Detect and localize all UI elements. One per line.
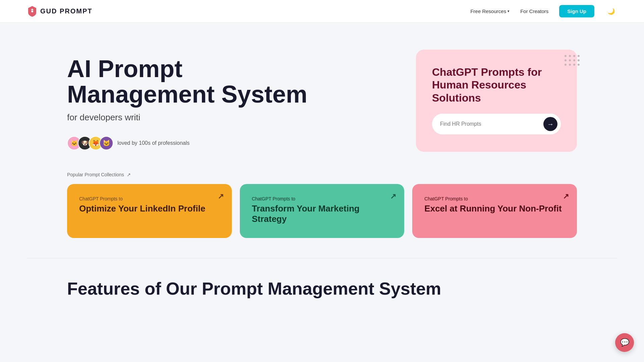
dot: [573, 64, 575, 66]
hero-title: AI Prompt Management System: [67, 56, 396, 107]
card-arrow-icon: ↗: [390, 192, 396, 201]
dot: [569, 55, 571, 57]
card-title: Optimize Your LinkedIn Profile: [79, 203, 220, 214]
signup-button[interactable]: Sign Up: [559, 5, 594, 17]
navbar: GUD PROMPT Free Resources ▾ For Creators…: [0, 0, 644, 23]
card-subtitle: ChatGPT Prompts to: [79, 196, 220, 201]
hero-card-dots: [565, 55, 580, 66]
card-content: ChatGPT Prompts to Optimize Your LinkedI…: [79, 196, 220, 214]
dropdown-chevron-icon: ▾: [507, 9, 509, 13]
card-title: Excel at Running Your Non-Profit: [424, 203, 565, 214]
card-content: ChatGPT Prompts to Excel at Running Your…: [424, 196, 565, 214]
logo-icon: [27, 5, 38, 17]
collection-card-marketing[interactable]: ↗ ChatGPT Prompts to Transform Your Mark…: [240, 184, 405, 238]
hero-section: AI Prompt Management System for develope…: [0, 23, 644, 172]
collections-arrow-icon: ↗: [127, 172, 131, 177]
dot: [565, 64, 567, 66]
dot: [573, 55, 575, 57]
dot: [578, 55, 580, 57]
card-arrow-icon: ↗: [563, 192, 569, 201]
collection-card-linkedin[interactable]: ↗ ChatGPT Prompts to Optimize Your Linke…: [67, 184, 232, 238]
dark-mode-toggle[interactable]: 🌙: [605, 5, 617, 17]
card-content: ChatGPT Prompts to Transform Your Market…: [252, 196, 392, 224]
hero-subtitle: for developers writi: [67, 112, 396, 123]
nav-right: Free Resources ▾ For Creators Sign Up 🌙: [470, 5, 617, 17]
search-button[interactable]: →: [543, 117, 557, 131]
logo[interactable]: GUD PROMPT: [27, 5, 93, 17]
card-arrow-icon: ↗: [218, 192, 224, 201]
nav-free-resources[interactable]: Free Resources ▾: [470, 8, 509, 14]
avatar-stack: 🐱 🐶 🦊 🐱: [67, 136, 113, 150]
card-title: Transform Your Marketing Strategy: [252, 203, 392, 224]
collections-label: Popular Prompt Collections: [67, 172, 124, 177]
hero-left: AI Prompt Management System for develope…: [67, 50, 396, 150]
collections-header: Popular Prompt Collections ↗: [67, 172, 577, 177]
search-bar: →: [432, 114, 561, 134]
search-input[interactable]: [440, 121, 540, 127]
avatar: 🐱: [99, 136, 113, 150]
collections-section: Popular Prompt Collections ↗ ↗ ChatGPT P…: [0, 172, 644, 258]
dot: [578, 59, 580, 61]
dot: [565, 55, 567, 57]
chat-button[interactable]: 💬: [615, 333, 634, 352]
cards-row: ↗ ChatGPT Prompts to Optimize Your Linke…: [67, 184, 577, 238]
avatars-row: 🐱 🐶 🦊 🐱 loved by 100s of professionals: [67, 136, 396, 150]
hero-card-title: ChatGPT Prompts for Human Resources Solu…: [432, 66, 561, 104]
dot: [578, 64, 580, 66]
dot: [569, 64, 571, 66]
dot: [573, 59, 575, 61]
dot: [569, 59, 571, 61]
hero-card: ChatGPT Prompts for Human Resources Solu…: [416, 50, 577, 152]
card-subtitle: ChatGPT Prompts to: [252, 196, 392, 201]
svg-point-0: [31, 10, 33, 12]
collection-card-nonprofit[interactable]: ↗ ChatGPT Prompts to Excel at Running Yo…: [412, 184, 577, 238]
card-subtitle: ChatGPT Prompts to: [424, 196, 565, 201]
features-title: Features of Our Prompt Management System: [67, 279, 577, 299]
loved-text: loved by 100s of professionals: [117, 140, 190, 146]
features-section: Features of Our Prompt Management System: [0, 258, 644, 312]
nav-for-creators[interactable]: For Creators: [520, 8, 548, 14]
hero-right: ChatGPT Prompts for Human Resources Solu…: [416, 50, 577, 152]
dot: [565, 59, 567, 61]
